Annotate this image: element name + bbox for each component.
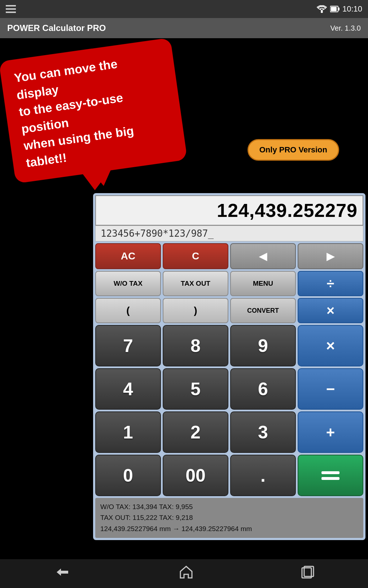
three-button[interactable]: 3	[230, 411, 296, 453]
c-button[interactable]: C	[163, 243, 228, 269]
status-bar-right: 10:10	[316, 4, 362, 14]
seven-button[interactable]: 7	[95, 325, 161, 366]
multiply-button-2[interactable]: ×	[298, 325, 363, 366]
button-row-7: 0 00 .	[95, 455, 363, 496]
convert-button[interactable]: CONVERT	[230, 298, 296, 323]
home-button[interactable]	[179, 566, 193, 582]
close-paren-button[interactable]: )	[163, 298, 228, 323]
five-button[interactable]: 5	[163, 368, 228, 410]
svg-rect-8	[321, 477, 339, 480]
svg-rect-6	[331, 7, 337, 11]
back-icon	[54, 566, 71, 578]
nav-bar	[0, 559, 368, 588]
double-zero-button[interactable]: 00	[163, 455, 228, 496]
svg-rect-1	[6, 8, 16, 10]
button-row-5: 4 5 6 −	[95, 368, 363, 410]
annotation-arrow	[79, 169, 111, 190]
equals-button[interactable]	[298, 455, 363, 496]
info-line-1: W/O TAX: 134,394 TAX: 9,955	[100, 502, 358, 512]
time-display: 10:10	[342, 4, 362, 14]
nine-button[interactable]: 9	[230, 325, 296, 366]
dot-button[interactable]: .	[230, 455, 296, 496]
button-row-2: W/O TAX TAX OUT MENU ÷	[95, 271, 363, 296]
two-button[interactable]: 2	[163, 411, 228, 453]
info-bar: W/O TAX: 134,394 TAX: 9,955 TAX OUT: 115…	[95, 498, 363, 538]
menu-button[interactable]: MENU	[230, 271, 296, 296]
battery-icon	[330, 5, 339, 13]
zero-button[interactable]: 0	[95, 455, 161, 496]
one-button[interactable]: 1	[95, 411, 161, 453]
svg-rect-2	[6, 12, 16, 13]
home-icon	[179, 566, 193, 579]
title-bar: POWER Calculator PRO Ver. 1.3.0	[0, 18, 368, 38]
status-bar: 10:10	[0, 0, 368, 18]
wo-tax-button[interactable]: W/O TAX	[95, 271, 161, 296]
app-name: POWER Calculator PRO	[7, 23, 106, 33]
right-arrow-button[interactable]: ▶	[298, 243, 363, 269]
plus-button[interactable]: +	[298, 411, 363, 453]
button-row-4: 7 8 9 ×	[95, 325, 363, 366]
button-row-6: 1 2 3 +	[95, 411, 363, 453]
version-label: Ver. 1.3.0	[330, 24, 361, 32]
svg-point-3	[321, 11, 323, 13]
annotation-container: You can move the displayto the easy-to-u…	[6, 49, 180, 172]
button-row-3: ( ) CONVERT ×	[95, 298, 363, 323]
annotation-bubble: You can move the displayto the easy-to-u…	[0, 37, 187, 183]
four-button[interactable]: 4	[95, 368, 161, 410]
button-row-1: AC C ◀ ▶	[95, 243, 363, 269]
svg-rect-7	[321, 471, 339, 474]
status-bar-left	[6, 5, 16, 13]
minus-button[interactable]: −	[298, 368, 363, 410]
pro-badge: Only PRO Version	[247, 139, 339, 161]
tax-out-button[interactable]: TAX OUT	[163, 271, 228, 296]
recents-button[interactable]	[301, 566, 314, 582]
eight-button[interactable]: 8	[163, 325, 228, 366]
left-arrow-button[interactable]: ◀	[230, 243, 296, 269]
ac-button[interactable]: AC	[95, 243, 161, 269]
calculator: 124,439.252279 123456+7890*123/987_ AC C…	[93, 193, 365, 540]
main-display: 124,439.252279	[95, 195, 363, 226]
secondary-display: 123456+7890*123/987_	[95, 226, 363, 241]
recents-icon	[301, 566, 314, 579]
open-paren-button[interactable]: (	[95, 298, 161, 323]
equals-icon	[321, 470, 339, 481]
six-button[interactable]: 6	[230, 368, 296, 410]
info-line-2: TAX OUT: 115,222 TAX: 9,218	[100, 512, 358, 523]
multiply-button[interactable]: ×	[298, 298, 363, 323]
divide-button[interactable]: ÷	[298, 271, 363, 296]
svg-rect-5	[338, 8, 339, 10]
back-button[interactable]	[54, 566, 71, 581]
info-line-3: 124,439.25227964 mm → 124,439.25227964 m…	[100, 524, 358, 534]
svg-rect-0	[6, 5, 16, 6]
wifi-icon	[316, 5, 327, 13]
menu-icon	[6, 5, 16, 13]
annotation-text: You can move the displayto the easy-to-u…	[13, 49, 173, 172]
